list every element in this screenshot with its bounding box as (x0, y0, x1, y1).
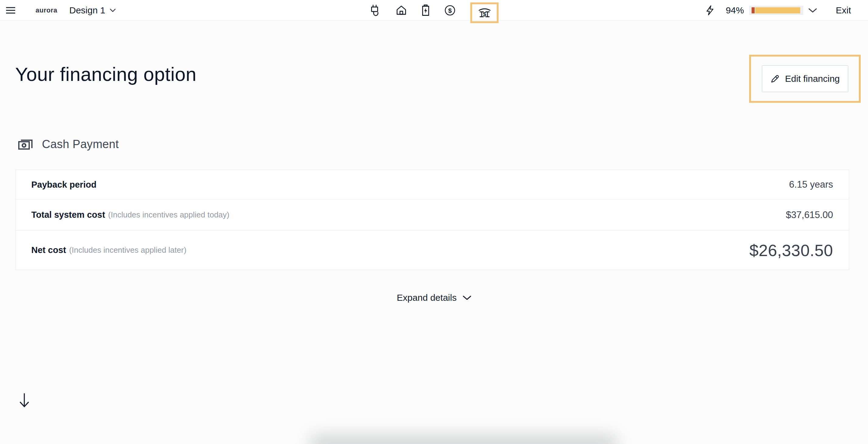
system-plug-tab[interactable] (370, 4, 381, 17)
row-label: Total system cost (31, 210, 105, 220)
battery-status-group: 94% Exit (706, 0, 851, 21)
pencil-icon (770, 74, 780, 84)
battery-percent-label: 94% (726, 5, 744, 16)
lightning-icon (706, 5, 714, 16)
row-note: (Includes incentives applied today) (108, 210, 229, 219)
row-label: Payback period (31, 180, 96, 190)
chevron-down-icon (463, 296, 471, 300)
hamburger-menu-button[interactable] (6, 7, 15, 14)
top-bar: aurora Design 1 (0, 0, 868, 21)
edit-financing-button[interactable]: Edit financing (762, 65, 848, 92)
dollar-circle-icon: $ (445, 5, 456, 16)
progress-warning-segment (752, 7, 755, 13)
row-value: 6.15 years (789, 179, 833, 190)
plug-icon (370, 4, 381, 17)
page-title: Your financing option (15, 63, 197, 85)
battery-progress-bar (749, 6, 803, 15)
financing-tab-highlight: $ (470, 2, 499, 23)
row-value: $26,330.50 (749, 241, 833, 260)
design-selector-dropdown[interactable]: Design 1 (69, 5, 116, 16)
progress-fill-segment (755, 7, 800, 13)
battery-storage-tab[interactable] (422, 5, 430, 16)
edit-financing-label: Edit financing (785, 73, 840, 84)
design-name-label: Design 1 (69, 5, 105, 16)
chevron-down-icon (110, 8, 116, 12)
svg-text:$: $ (483, 11, 486, 17)
payment-method-section: Cash Payment (18, 138, 119, 151)
home-icon (396, 5, 407, 16)
edit-financing-highlight: Edit financing (749, 55, 861, 103)
cash-payment-icon (18, 138, 33, 151)
row-value: $37,615.00 (786, 210, 833, 220)
expand-details-button[interactable]: Expand details (397, 293, 471, 303)
aurora-logo: aurora (36, 6, 57, 14)
pricing-tab[interactable]: $ (445, 5, 456, 16)
payment-method-title: Cash Payment (42, 138, 119, 151)
battery-dropdown-button[interactable] (808, 8, 817, 13)
battery-icon (422, 5, 430, 16)
table-row-net-cost: Net cost (Includes incentives applied la… (16, 230, 849, 270)
bank-financing-icon: $ (477, 7, 491, 19)
svg-text:$: $ (448, 7, 452, 14)
expand-details-label: Expand details (397, 293, 457, 303)
table-row-total-system-cost: Total system cost (Includes incentives a… (16, 199, 849, 230)
chevron-down-icon (808, 8, 817, 13)
row-label: Net cost (31, 245, 66, 255)
exit-button[interactable]: Exit (836, 5, 851, 16)
financing-summary-card: Payback period 6.15 years Total system c… (15, 170, 849, 270)
financing-tab[interactable]: $ (477, 7, 491, 19)
row-note: (Includes incentives applied later) (69, 245, 186, 255)
table-row-payback-period: Payback period 6.15 years (16, 170, 849, 199)
scroll-down-arrow-icon[interactable] (19, 393, 30, 408)
hamburger-icon (6, 7, 15, 14)
design-steps-nav: $ $ (370, 0, 499, 21)
site-home-tab[interactable] (396, 5, 407, 16)
